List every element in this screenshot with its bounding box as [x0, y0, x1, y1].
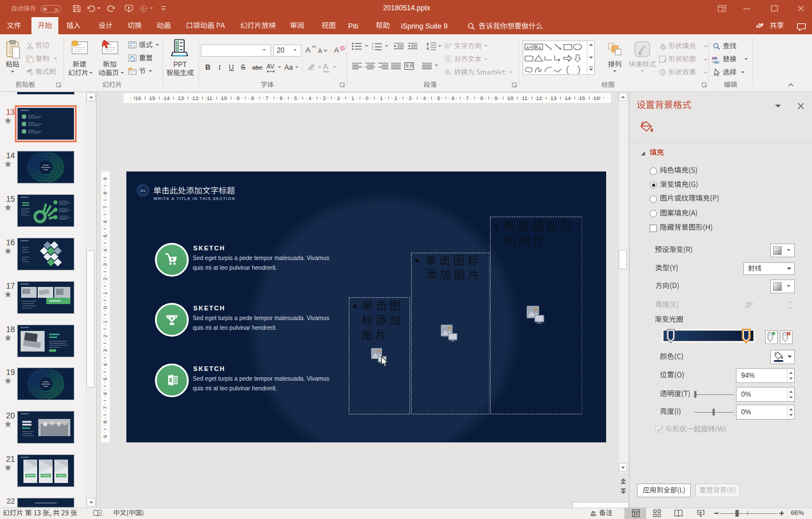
svg-text:0: 0 [102, 306, 108, 309]
svg-text:2: 2 [102, 334, 108, 337]
svg-text:1: 1 [351, 95, 354, 101]
svg-text:2: 2 [394, 95, 397, 101]
svg-text:1: 1 [102, 320, 108, 323]
svg-text:6: 6 [280, 95, 282, 101]
svg-text:8: 8 [102, 191, 108, 194]
svg-text:12: 12 [536, 95, 542, 101]
svg-text:11: 11 [206, 95, 212, 101]
svg-text:1: 1 [102, 292, 108, 294]
svg-text:12: 12 [192, 95, 198, 101]
svg-text:5: 5 [102, 234, 108, 237]
svg-text:4: 4 [423, 95, 426, 101]
svg-text:4: 4 [102, 249, 108, 251]
svg-text:9: 9 [495, 95, 497, 101]
svg-text:0: 0 [365, 95, 368, 101]
svg-text:9: 9 [102, 435, 108, 438]
svg-text:8: 8 [251, 95, 254, 101]
svg-text:A: A [526, 45, 530, 50]
svg-text:6: 6 [452, 95, 455, 101]
svg-text:15: 15 [149, 95, 156, 101]
svg-text:3: 3 [102, 349, 108, 352]
svg-text:5: 5 [102, 378, 108, 381]
svg-text:3: 3 [102, 263, 108, 266]
svg-text:A: A [538, 45, 542, 50]
svg-text:4: 4 [102, 364, 108, 366]
svg-text:9: 9 [102, 177, 108, 180]
svg-text:4: 4 [308, 95, 311, 101]
svg-text:2: 2 [337, 95, 340, 101]
svg-text:15: 15 [579, 95, 586, 101]
svg-text:16: 16 [594, 95, 600, 101]
svg-text:11: 11 [522, 95, 528, 101]
svg-text:8: 8 [480, 95, 483, 101]
svg-text:13: 13 [178, 95, 184, 101]
svg-text:6: 6 [102, 392, 108, 395]
svg-text:5: 5 [437, 95, 440, 101]
svg-text:9: 9 [237, 95, 240, 101]
svg-text:1: 1 [380, 95, 383, 101]
svg-text:5: 5 [294, 95, 297, 101]
svg-text:A: A [449, 42, 452, 46]
svg-text:13: 13 [550, 95, 556, 101]
svg-text:7: 7 [102, 206, 108, 209]
svg-text:14: 14 [564, 95, 571, 101]
svg-text:14: 14 [164, 95, 170, 101]
svg-text:7: 7 [466, 95, 469, 101]
svg-text:10: 10 [507, 95, 514, 101]
svg-text:3: 3 [323, 95, 325, 101]
svg-text:3: 3 [372, 48, 373, 50]
svg-text:10: 10 [221, 95, 227, 101]
svg-text:7: 7 [265, 95, 268, 101]
svg-text:8: 8 [102, 421, 108, 424]
svg-text:6: 6 [102, 220, 108, 223]
svg-text:7: 7 [102, 406, 108, 409]
svg-text:ac: ac [714, 59, 719, 63]
svg-text:3: 3 [408, 95, 411, 101]
svg-text:2: 2 [102, 277, 108, 280]
svg-text:16: 16 [135, 95, 141, 101]
